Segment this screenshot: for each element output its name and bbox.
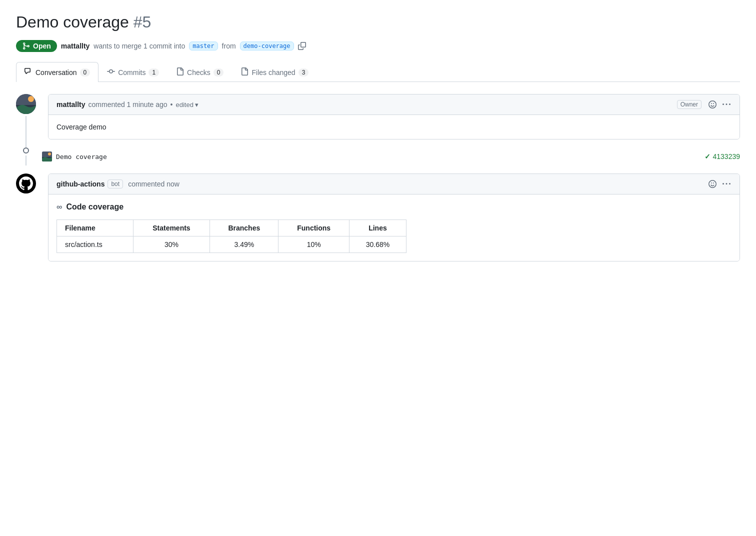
commit-sha: ✓ 4133239 — [704, 152, 740, 160]
git-merge-icon — [22, 42, 30, 50]
cell-statements: 30% — [133, 236, 210, 253]
avatar-mattallty — [16, 94, 36, 114]
comment-section-1: mattallty commented 1 minute ago • edite… — [16, 94, 740, 148]
cell-branches: 3.49% — [210, 236, 278, 253]
caret-icon: ▾ — [195, 101, 198, 108]
coverage-table: Filename Statements Branches Functions L… — [56, 220, 406, 253]
tab-files-changed-count: 3 — [298, 68, 309, 76]
tab-conversation-label: Conversation — [36, 68, 77, 76]
tab-files-changed[interactable]: Files changed 3 — [232, 62, 317, 82]
emoji-reaction-button-2[interactable] — [708, 179, 718, 189]
col-lines: Lines — [349, 220, 406, 236]
table-row: src/action.ts 30% 3.49% 10% 30.68% — [57, 236, 406, 253]
tab-commits-label: Commits — [118, 68, 146, 76]
copy-branch-icon[interactable] — [298, 42, 306, 50]
cell-filename: src/action.ts — [57, 236, 134, 253]
cell-lines: 30.68% — [349, 236, 406, 253]
avatar-github-actions — [16, 174, 36, 194]
commit-row: Demo coverage ✓ 4133239 — [16, 148, 740, 166]
pr-tabs: Conversation 0 Commits 1 Checks 0 Files … — [16, 62, 740, 82]
coverage-heading-text: Code coverage — [66, 202, 124, 212]
table-header-row: Filename Statements Branches Functions L… — [57, 220, 406, 236]
comment-section-2: github-actions bot commented now — [16, 174, 740, 270]
pr-timeline: mattallty commented 1 minute ago • edite… — [16, 94, 740, 270]
pr-author: mattallty — [61, 42, 90, 50]
comment-box-1: mattallty commented 1 minute ago • edite… — [48, 94, 740, 140]
svg-point-5 — [48, 152, 51, 156]
tab-checks-count: 0 — [214, 68, 224, 76]
comment-body-2: ∞ Code coverage Filename Statements Bran… — [48, 194, 740, 261]
pr-title: Demo coverage #5 — [16, 12, 740, 32]
commit-line-content: Demo coverage ✓ 4133239 — [42, 152, 740, 162]
head-branch-badge[interactable]: demo-coverage — [240, 42, 294, 50]
coverage-heading: ∞ Code coverage — [56, 202, 732, 212]
commit-message: Demo coverage — [56, 153, 107, 160]
comment-body-1: Coverage demo — [48, 115, 740, 139]
tab-files-changed-label: Files changed — [252, 68, 295, 76]
commit-avatar — [42, 152, 52, 162]
tab-conversation-count: 0 — [80, 68, 90, 76]
more-options-button-2[interactable] — [722, 179, 732, 189]
comment-author-2: github-actions — [56, 180, 104, 188]
svg-point-2 — [28, 96, 34, 102]
tab-commits[interactable]: Commits 1 — [98, 62, 168, 82]
commit-dot — [23, 148, 29, 154]
comment-meta-2: commented now — [128, 180, 180, 188]
tab-commits-count: 1 — [148, 68, 159, 76]
emoji-reaction-button-1[interactable] — [708, 100, 718, 110]
edited-button[interactable]: edited ▾ — [176, 101, 198, 108]
comment-body-text-1: Coverage demo — [56, 123, 106, 131]
comment-box-2: github-actions bot commented now — [48, 174, 740, 262]
conversation-icon — [24, 68, 32, 77]
commit-sha-text: 4133239 — [712, 152, 740, 160]
pr-from-text: from — [222, 42, 236, 50]
status-badge-label: Open — [33, 42, 51, 50]
comment-author-1: mattallty — [56, 100, 86, 108]
status-badge: Open — [16, 40, 57, 52]
owner-badge: Owner — [677, 100, 702, 109]
pr-number: #5 — [134, 13, 152, 31]
comment-meta-1: commented 1 minute ago — [88, 100, 168, 108]
pr-title-text: Demo coverage — [16, 13, 129, 31]
tab-checks-label: Checks — [187, 68, 210, 76]
edited-label: edited — [176, 101, 193, 108]
comment-header-2: github-actions bot commented now — [48, 174, 740, 194]
commits-icon — [107, 68, 115, 77]
pr-subtitle: Open mattallty wants to merge 1 commit i… — [16, 40, 740, 52]
checks-icon — [176, 68, 184, 77]
col-branches: Branches — [210, 220, 278, 236]
cell-functions: 10% — [278, 236, 350, 253]
pr-action-text: wants to merge 1 commit into — [94, 42, 185, 50]
comment-header-1: mattallty commented 1 minute ago • edite… — [48, 94, 740, 115]
base-branch-badge[interactable]: master — [189, 42, 218, 50]
check-mark-icon: ✓ — [704, 152, 710, 160]
tab-conversation[interactable]: Conversation 0 — [16, 62, 98, 82]
col-filename: Filename — [57, 220, 134, 236]
more-options-button-1[interactable] — [722, 100, 732, 110]
bot-badge: bot — [108, 180, 123, 188]
coverage-icon: ∞ — [56, 202, 62, 212]
tab-checks[interactable]: Checks 0 — [168, 62, 232, 82]
col-functions: Functions — [278, 220, 350, 236]
col-statements: Statements — [133, 220, 210, 236]
files-changed-icon — [240, 68, 248, 77]
